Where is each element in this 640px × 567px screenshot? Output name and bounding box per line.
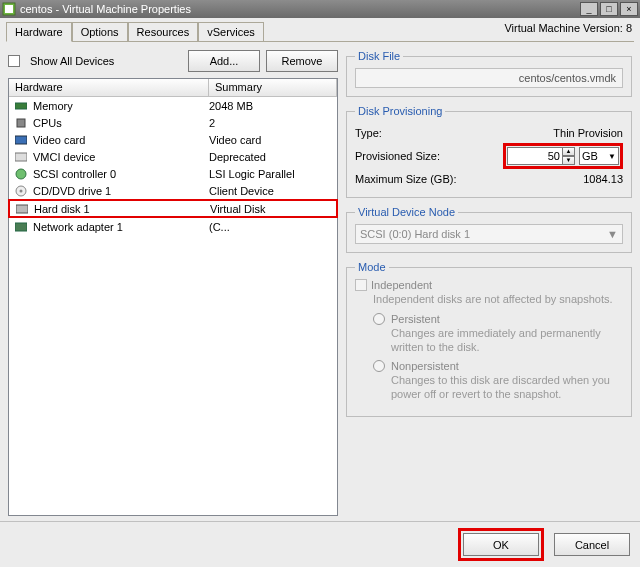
cancel-button[interactable]: Cancel xyxy=(554,533,630,556)
provisioning-legend: Disk Provisioning xyxy=(355,105,445,117)
svg-rect-10 xyxy=(15,223,27,231)
persistent-desc: Changes are immediately and permanently … xyxy=(391,327,623,355)
diskfile-field: centos/centos.vmdk xyxy=(355,68,623,88)
size-spin-down[interactable]: ▼ xyxy=(562,156,575,165)
nic-icon xyxy=(13,222,29,232)
independent-desc: Independent disks are not affected by sn… xyxy=(373,293,623,307)
svg-rect-2 xyxy=(15,103,27,109)
size-spin-up[interactable]: ▲ xyxy=(562,147,575,156)
show-all-label: Show All Devices xyxy=(30,55,114,67)
add-button[interactable]: Add... xyxy=(188,50,260,72)
list-item-memory[interactable]: Memory 2048 MB xyxy=(9,97,337,114)
app-icon xyxy=(2,2,16,16)
window-title: centos - Virtual Machine Properties xyxy=(20,3,191,15)
nonpersistent-desc: Changes to this disk are discarded when … xyxy=(391,374,623,402)
maximize-button[interactable]: □ xyxy=(600,2,618,16)
tab-options[interactable]: Options xyxy=(72,22,128,41)
list-item-nic[interactable]: Network adapter 1 (C... xyxy=(9,218,337,235)
list-item-vmci[interactable]: VMCI device Deprecated xyxy=(9,148,337,165)
svg-point-8 xyxy=(20,189,23,192)
cpu-icon xyxy=(13,117,29,129)
svg-point-6 xyxy=(16,169,26,179)
list-item-harddisk[interactable]: Hard disk 1 Virtual Disk xyxy=(8,199,338,218)
minimize-button[interactable]: _ xyxy=(580,2,598,16)
provisioned-size-input[interactable]: 50 xyxy=(507,147,563,165)
independent-checkbox xyxy=(355,279,367,291)
scsi-icon xyxy=(13,168,29,180)
tab-vservices[interactable]: vServices xyxy=(198,22,264,41)
diskfile-group: Disk File centos/centos.vmdk xyxy=(346,50,632,97)
max-size-value: 1084.13 xyxy=(475,173,623,185)
chevron-down-icon: ▼ xyxy=(608,152,616,161)
size-unit-select[interactable]: GB ▼ xyxy=(579,147,619,165)
disk-icon xyxy=(14,204,30,214)
diskfile-legend: Disk File xyxy=(355,50,403,62)
tab-hardware[interactable]: Hardware xyxy=(6,22,72,42)
titlebar: centos - Virtual Machine Properties _ □ … xyxy=(0,0,640,18)
close-button[interactable]: × xyxy=(620,2,638,16)
list-item-scsi[interactable]: SCSI controller 0 LSI Logic Parallel xyxy=(9,165,337,182)
list-item-cpus[interactable]: CPUs 2 xyxy=(9,114,337,131)
max-size-label: Maximum Size (GB): xyxy=(355,173,475,185)
mode-legend: Mode xyxy=(355,261,389,273)
show-all-checkbox[interactable] xyxy=(8,55,20,67)
remove-button[interactable]: Remove xyxy=(266,50,338,72)
svg-rect-9 xyxy=(16,205,28,213)
ok-button[interactable]: OK xyxy=(463,533,539,556)
hardware-list: Hardware Summary Memory 2048 MB CPUs 2 V… xyxy=(8,78,338,516)
tab-resources[interactable]: Resources xyxy=(128,22,199,41)
ok-highlight: OK xyxy=(458,528,544,561)
type-value: Thin Provision xyxy=(475,127,623,139)
svg-rect-1 xyxy=(5,5,13,13)
mode-group: Mode Independent Independent disks are n… xyxy=(346,261,632,417)
provisioning-group: Disk Provisioning Type: Thin Provision P… xyxy=(346,105,632,198)
cd-icon xyxy=(13,185,29,197)
independent-label: Independent xyxy=(371,279,432,291)
col-summary[interactable]: Summary xyxy=(209,79,337,96)
vdn-group: Virtual Device Node SCSI (0:0) Hard disk… xyxy=(346,206,632,253)
svg-rect-5 xyxy=(15,153,27,161)
provisioned-size-label: Provisioned Size: xyxy=(355,150,475,162)
persistent-label: Persistent xyxy=(391,313,440,325)
svg-rect-4 xyxy=(15,136,27,144)
col-hardware[interactable]: Hardware xyxy=(9,79,209,96)
list-item-cd[interactable]: CD/DVD drive 1 Client Device xyxy=(9,182,337,199)
chevron-down-icon: ▼ xyxy=(607,228,618,240)
memory-icon xyxy=(13,101,29,111)
persistent-radio xyxy=(373,313,385,325)
vdn-legend: Virtual Device Node xyxy=(355,206,458,218)
vmci-icon xyxy=(13,152,29,162)
video-icon xyxy=(13,135,29,145)
type-label: Type: xyxy=(355,127,475,139)
vm-version-label: Virtual Machine Version: 8 xyxy=(504,22,632,34)
list-item-video[interactable]: Video card Video card xyxy=(9,131,337,148)
nonpersistent-radio xyxy=(373,360,385,372)
dialog-footer: OK Cancel xyxy=(0,521,640,567)
provisioned-size-highlight: 50 ▲ ▼ GB ▼ xyxy=(503,143,623,169)
nonpersistent-label: Nonpersistent xyxy=(391,360,459,372)
list-header: Hardware Summary xyxy=(9,79,337,97)
vdn-select: SCSI (0:0) Hard disk 1 ▼ xyxy=(355,224,623,244)
svg-rect-3 xyxy=(17,119,25,127)
